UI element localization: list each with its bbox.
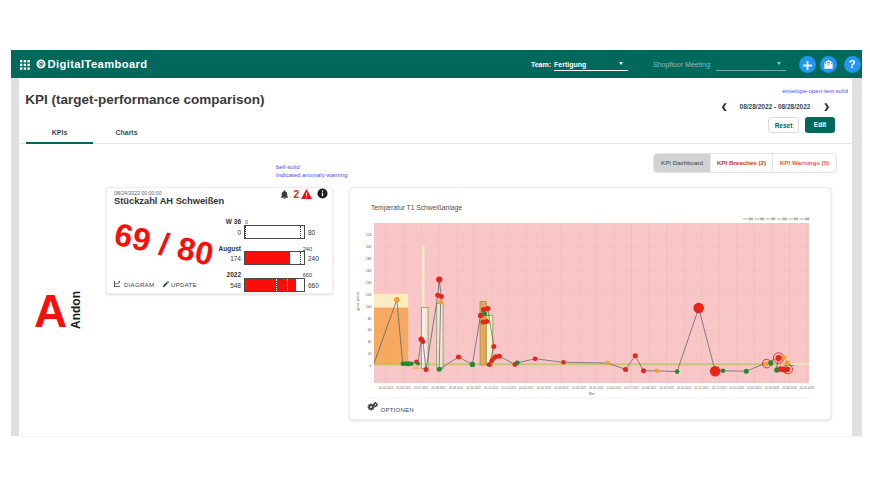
svg-text:01.05.2022: 01.05.2022	[589, 386, 604, 390]
svg-text:01.03.2022: 01.03.2022	[554, 386, 569, 390]
svg-text:01.04.2023: 01.04.2023	[782, 386, 797, 390]
svg-text:01.10.2021: 01.10.2021	[466, 386, 481, 390]
svg-text:01.08.2022: 01.08.2022	[642, 386, 657, 390]
svg-text:01.01.2022: 01.01.2022	[519, 386, 534, 390]
svg-text:0: 0	[370, 364, 372, 368]
svg-text:01.02.2023: 01.02.2023	[747, 386, 762, 390]
svg-text:01.12.2021: 01.12.2021	[502, 386, 517, 390]
svg-text:01.07.2021: 01.07.2021	[414, 386, 429, 390]
svg-text:120: 120	[366, 293, 372, 297]
svg-text:01.12.2022: 01.12.2022	[712, 386, 727, 390]
svg-text:01.06.2021: 01.06.2021	[396, 386, 411, 390]
svg-text:220: 220	[366, 233, 372, 237]
svg-text:40: 40	[368, 340, 372, 344]
svg-text:01.08.2021: 01.08.2021	[431, 386, 446, 390]
svg-text:01.09.2022: 01.09.2022	[659, 386, 674, 390]
svg-text:01.04.2022: 01.04.2022	[572, 386, 587, 390]
svg-text:60: 60	[368, 328, 372, 332]
svg-text:140: 140	[366, 281, 372, 285]
svg-text:01.06.2022: 01.06.2022	[607, 386, 622, 390]
svg-text:01.05.2021: 01.05.2021	[379, 386, 394, 390]
svg-text:160: 160	[366, 269, 372, 273]
svg-text:Mst: Mst	[589, 392, 595, 396]
svg-text:80: 80	[368, 317, 372, 321]
svg-text:180: 180	[366, 257, 372, 261]
svg-text:200: 200	[366, 245, 372, 249]
svg-text:01.11.2021: 01.11.2021	[484, 386, 499, 390]
svg-text:01.01.2023: 01.01.2023	[730, 386, 745, 390]
svg-text:100: 100	[366, 305, 372, 309]
svg-text:01.09.2021: 01.09.2021	[449, 386, 464, 390]
svg-text:01.07.2022: 01.07.2022	[624, 386, 639, 390]
svg-text:OPTIONEN: OPTIONEN	[381, 407, 414, 413]
svg-text:01.03.2023: 01.03.2023	[765, 386, 780, 390]
svg-text:01.10.2022: 01.10.2022	[677, 386, 692, 390]
svg-text:01.05.2023: 01.05.2023	[800, 386, 815, 390]
svg-text:gross pieces: gross pieces	[356, 291, 360, 310]
svg-text:01.11.2022: 01.11.2022	[695, 386, 710, 390]
svg-text:20: 20	[368, 352, 372, 356]
svg-text:01.02.2022: 01.02.2022	[537, 386, 552, 390]
svg-text:Temperatur T1 Schweißanlage: Temperatur T1 Schweißanlage	[371, 204, 462, 212]
